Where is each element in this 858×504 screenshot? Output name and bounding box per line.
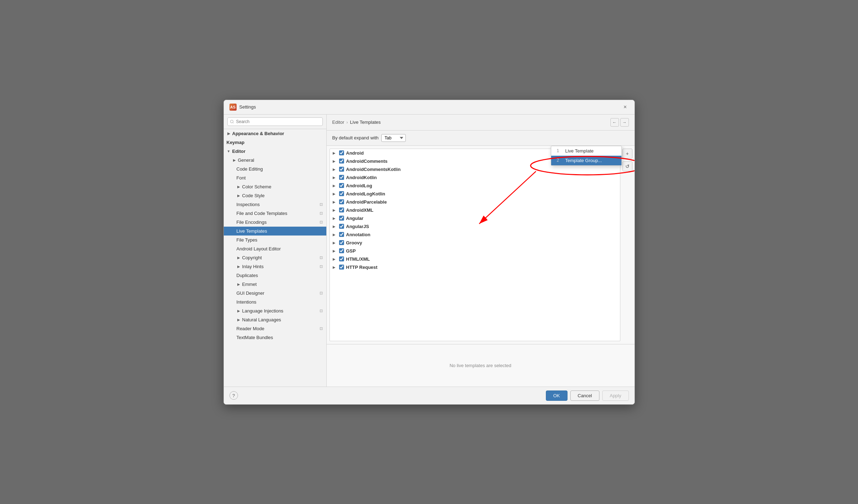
template-group-angular[interactable]: ▶ Angular xyxy=(330,214,620,222)
chevron-right-icon: ▶ xyxy=(237,184,241,189)
ok-button[interactable]: OK xyxy=(546,391,568,401)
add-button[interactable]: + xyxy=(622,149,632,159)
expand-icon: ▶ xyxy=(333,192,337,196)
android-label: Android xyxy=(346,150,364,156)
sidebar-item-language-injections[interactable]: ▶ Language Injections ⊡ xyxy=(224,306,326,315)
sidebar-item-editor[interactable]: ▼ Editor xyxy=(224,147,326,156)
undo-button[interactable]: ↺ xyxy=(622,161,632,171)
angularjs-checkbox[interactable] xyxy=(339,224,344,229)
template-group-groovy[interactable]: ▶ Groovy xyxy=(330,239,620,247)
sidebar-item-duplicates[interactable]: Duplicates xyxy=(224,271,326,280)
template-group-htmlxml[interactable]: ▶ HTML/XML xyxy=(330,255,620,263)
sidebar-item-color-scheme[interactable]: ▶ Color Scheme xyxy=(224,182,326,191)
sidebar-item-copyright[interactable]: ▶ Copyright ⊡ xyxy=(224,253,326,262)
search-input[interactable] xyxy=(227,117,323,126)
androidlogkotlin-label: AndroidLogKotlin xyxy=(346,191,385,196)
template-group-annotation[interactable]: ▶ Annotation xyxy=(330,231,620,239)
cancel-button[interactable]: Cancel xyxy=(570,391,599,401)
breadcrumb: Editor › Live Templates xyxy=(332,120,381,125)
expand-icon: ▶ xyxy=(333,241,337,245)
chevron-right-icon: ▶ xyxy=(237,317,241,322)
chevron-right-icon: ▶ xyxy=(237,282,241,286)
popup-item-live-template[interactable]: 1 Live Template xyxy=(551,146,621,156)
dialog-footer: ? OK Cancel Apply xyxy=(224,387,635,404)
htmlxml-checkbox[interactable] xyxy=(339,256,344,261)
expand-icon: ▶ xyxy=(333,184,337,188)
androidkotlin-checkbox[interactable] xyxy=(339,175,344,180)
popup-item-template-group[interactable]: 2 Template Group... xyxy=(551,156,621,165)
sidebar-item-emmet[interactable]: ▶ Emmet xyxy=(224,280,326,289)
template-group-androidkotlin[interactable]: ▶ AndroidKotlin xyxy=(330,173,620,182)
close-button[interactable]: × xyxy=(622,104,629,111)
settings-icon: ⊡ xyxy=(320,202,323,207)
sidebar-item-intentions[interactable]: Intentions xyxy=(224,298,326,306)
sidebar-item-file-types[interactable]: File Types xyxy=(224,236,326,244)
expand-icon: ▶ xyxy=(333,167,337,171)
groovy-checkbox[interactable] xyxy=(339,240,344,245)
androidxml-checkbox[interactable] xyxy=(339,207,344,212)
sidebar-item-gui-designer[interactable]: GUI Designer ⊡ xyxy=(224,289,326,298)
expand-icon: ▶ xyxy=(333,208,337,212)
androidparcelable-checkbox[interactable] xyxy=(339,199,344,204)
help-button[interactable]: ? xyxy=(229,391,238,400)
sidebar-item-file-encodings[interactable]: File Encodings ⊡ xyxy=(224,218,326,227)
android-checkbox[interactable] xyxy=(339,150,344,155)
back-button[interactable]: ← xyxy=(610,118,619,127)
template-group-androidcommentskotlin[interactable]: ▶ AndroidCommentsKotlin xyxy=(330,165,620,173)
forward-button[interactable]: → xyxy=(620,118,629,127)
sidebar-item-file-code-templates[interactable]: File and Code Templates ⊡ xyxy=(224,209,326,218)
chevron-right-icon: ▶ xyxy=(237,264,241,268)
template-group-httprequest[interactable]: ▶ HTTP Request xyxy=(330,263,620,271)
sidebar-item-natural-languages[interactable]: ▶ Natural Languages xyxy=(224,315,326,324)
chevron-down-icon: ▼ xyxy=(227,149,231,153)
template-group-androidparcelable[interactable]: ▶ AndroidParcelable xyxy=(330,198,620,206)
gsp-checkbox[interactable] xyxy=(339,248,344,253)
sidebar-item-code-editing[interactable]: Code Editing xyxy=(224,165,326,173)
sidebar-item-appearance[interactable]: ▶ Appearance & Behavior xyxy=(224,129,326,138)
chevron-right-icon: ▶ xyxy=(237,193,241,198)
androidcomments-checkbox[interactable] xyxy=(339,159,344,164)
settings-icon: ⊡ xyxy=(320,291,323,295)
sidebar-item-textmate-bundles[interactable]: TextMate Bundles xyxy=(224,333,326,342)
inner-templates-area: ▶ Android ▶ AndroidComments ▶ And xyxy=(327,146,635,344)
angular-checkbox[interactable] xyxy=(339,216,344,221)
template-group-androidlogkotlin[interactable]: ▶ AndroidLogKotlin xyxy=(330,190,620,198)
expand-icon: ▶ xyxy=(333,176,337,179)
sidebar-item-font[interactable]: Font xyxy=(224,173,326,182)
template-group-androidxml[interactable]: ▶ AndroidXML xyxy=(330,206,620,214)
androidxml-label: AndroidXML xyxy=(346,207,373,213)
expand-icon: ▶ xyxy=(333,233,337,237)
sidebar-item-inlay-hints[interactable]: ▶ Inlay Hints ⊡ xyxy=(224,262,326,271)
app-icon: AS xyxy=(229,104,237,111)
empty-state-text: No live templates are selected xyxy=(449,363,511,368)
expand-with-select[interactable]: Tab Enter Space xyxy=(381,134,406,142)
sidebar-item-live-templates[interactable]: Live Templates xyxy=(224,227,326,236)
sidebar-item-general[interactable]: ▶ General xyxy=(224,156,326,165)
sidebar-item-code-style[interactable]: ▶ Code Style xyxy=(224,191,326,200)
template-group-angularjs[interactable]: ▶ AngularJS xyxy=(330,222,620,231)
templates-area-wrapper: ▶ Android ▶ AndroidComments ▶ And xyxy=(327,146,635,387)
androidlog-checkbox[interactable] xyxy=(339,183,344,188)
expand-icon: ▶ xyxy=(333,200,337,204)
title-bar-left: AS Settings xyxy=(229,104,256,111)
content-area: ▶ Appearance & Behavior Keymap ▼ Editor … xyxy=(224,115,635,387)
httprequest-checkbox[interactable] xyxy=(339,265,344,270)
annotation-checkbox[interactable] xyxy=(339,232,344,237)
sidebar-item-android-layout-editor[interactable]: Android Layout Editor xyxy=(224,244,326,253)
sidebar-item-keymap[interactable]: Keymap xyxy=(224,138,326,147)
panel-toolbar: By default expand with Tab Enter Space xyxy=(327,131,635,146)
apply-button[interactable]: Apply xyxy=(602,391,629,401)
expand-icon: ▶ xyxy=(333,216,337,220)
gsp-label: GSP xyxy=(346,248,356,254)
settings-icon: ⊡ xyxy=(320,255,323,260)
androidcommentskotlin-checkbox[interactable] xyxy=(339,167,344,172)
sidebar-item-reader-mode[interactable]: Reader Mode ⊡ xyxy=(224,324,326,333)
template-group-androidlog[interactable]: ▶ AndroidLog xyxy=(330,182,620,190)
chevron-right-icon: ▶ xyxy=(237,255,241,260)
popup-item-1-num: 1 xyxy=(557,148,563,153)
template-group-gsp[interactable]: ▶ GSP xyxy=(330,247,620,255)
httprequest-label: HTTP Request xyxy=(346,265,378,270)
androidlogkotlin-checkbox[interactable] xyxy=(339,191,344,196)
sidebar-item-inspections[interactable]: Inspections ⊡ xyxy=(224,200,326,209)
expand-icon: ▶ xyxy=(333,225,337,228)
